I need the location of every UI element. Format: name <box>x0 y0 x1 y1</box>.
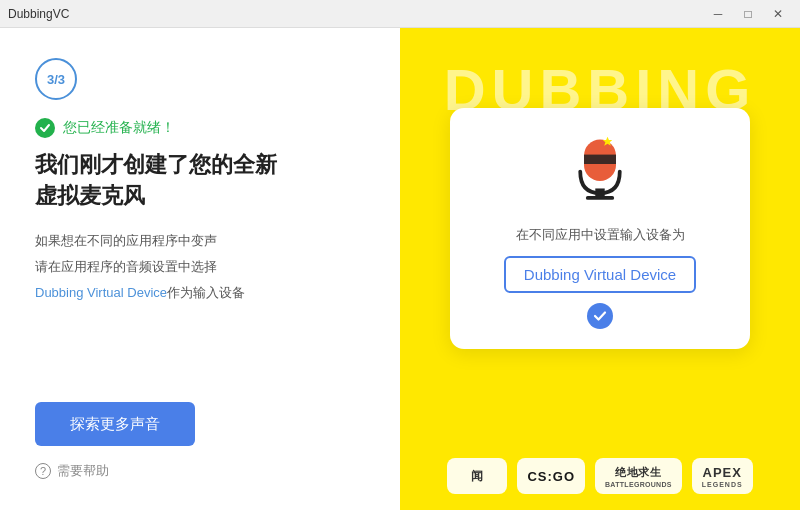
card-subtitle: 在不同应用中设置输入设备为 <box>516 226 685 244</box>
desc-line3: Dubbing Virtual Device作为输入设备 <box>35 282 365 304</box>
step-badge: 3/3 <box>35 58 77 100</box>
left-panel: 3/3 您已经准备就绪！ 我们刚才创建了您的全新 虚拟麦克风 如果想在不同的应用… <box>0 28 400 510</box>
ready-text: 您已经准备就绪！ <box>63 119 175 137</box>
ready-row: 您已经准备就绪！ <box>35 118 365 138</box>
game-badge-csgo: CS:GO <box>517 458 585 494</box>
desc-line2: 请在应用程序的音频设置中选择 <box>35 256 365 278</box>
device-card: 在不同应用中设置输入设备为 Dubbing Virtual Device <box>450 108 750 349</box>
close-button[interactable]: ✕ <box>764 4 792 24</box>
game-strip: 闻 CS:GO 绝地求生 BATTLEGROUNDS APEX LEGENDS <box>400 458 800 494</box>
help-row: ? 需要帮助 <box>35 462 365 480</box>
help-icon[interactable]: ? <box>35 463 51 479</box>
window-controls: ─ □ ✕ <box>704 4 792 24</box>
microphone-icon <box>565 132 635 212</box>
maximize-button[interactable]: □ <box>734 4 762 24</box>
titlebar: DubbingVC ─ □ ✕ <box>0 0 800 28</box>
help-text: 需要帮助 <box>57 462 109 480</box>
check-green-icon <box>35 118 55 138</box>
device-name-box: Dubbing Virtual Device <box>504 256 696 293</box>
explore-button[interactable]: 探索更多声音 <box>35 402 195 446</box>
main-title: 我们刚才创建了您的全新 虚拟麦克风 <box>35 150 365 212</box>
main-content: 3/3 您已经准备就绪！ 我们刚才创建了您的全新 虚拟麦克风 如果想在不同的应用… <box>0 28 800 510</box>
desc-line1: 如果想在不同的应用程序中变声 <box>35 230 365 252</box>
minimize-button[interactable]: ─ <box>704 4 732 24</box>
check-blue-icon <box>587 303 613 329</box>
right-panel: DUBBING 在不同应用中设置输入设备为 <box>400 28 800 510</box>
svg-rect-4 <box>584 155 616 164</box>
device-link[interactable]: Dubbing Virtual Device <box>35 285 167 300</box>
svg-rect-2 <box>586 196 614 200</box>
game-badge-apex: APEX LEGENDS <box>692 458 753 494</box>
game-badge-pubg: 绝地求生 BATTLEGROUNDS <box>595 458 682 494</box>
game-badge-douyin: 闻 <box>447 458 507 494</box>
app-title: DubbingVC <box>8 7 69 21</box>
